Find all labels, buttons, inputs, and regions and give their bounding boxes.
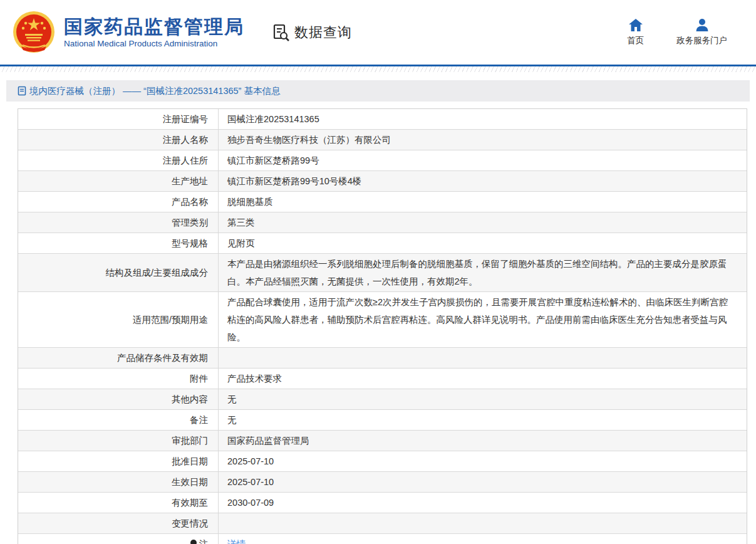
row-label: 审批部门 — [18, 431, 219, 451]
row-label: 备注 — [18, 410, 219, 430]
row-label: 变更情况 — [18, 513, 219, 533]
row-value: 国械注准20253141365 — [219, 109, 747, 129]
table-row: 审批部门国家药品监督管理局 — [18, 431, 747, 451]
table-row: 其他内容无 — [18, 389, 747, 410]
page-header: 国家药品监督管理局 National Medical Products Admi… — [0, 0, 756, 65]
table-row: 管理类别第三类 — [18, 212, 747, 233]
row-value: 2030-07-09 — [219, 493, 747, 513]
row-value: 详情 — [219, 534, 747, 544]
table-row: 变更情况 — [18, 513, 747, 534]
document-icon — [18, 86, 26, 96]
document-search-icon — [272, 23, 291, 42]
row-label: 生效日期 — [18, 472, 219, 492]
detail-link[interactable]: 详情 — [227, 535, 246, 544]
row-label: 有效期至 — [18, 493, 219, 513]
table-row: 注册证编号国械注准20253141365 — [18, 109, 747, 130]
row-label: 管理类别 — [18, 212, 219, 233]
row-value: 产品技术要求 — [219, 369, 747, 389]
hatch-strip — [0, 66, 756, 72]
agency-title: 国家药品监督管理局 — [64, 16, 244, 38]
user-icon — [695, 18, 710, 32]
nav-gov-portal[interactable]: 政务服务门户 — [676, 18, 727, 46]
breadcrumb-band: 境内医疗器械（注册） —— “国械注准20253141365” 基本信息 — [6, 80, 750, 102]
row-label: 附件 — [18, 369, 219, 389]
row-value: 产品配合球囊使用，适用于流产次数≥2次并发生子宫内膜损伤的，且需要开展宫腔中重度… — [219, 292, 747, 347]
row-label: 生产地址 — [18, 171, 219, 191]
nav-home[interactable]: 首页 — [627, 18, 644, 46]
table-row: 注册人住所镇江市新区楚桥路99号 — [18, 150, 747, 171]
row-label: 型号规格 — [18, 233, 219, 253]
home-icon — [628, 18, 643, 32]
table-row: 附件产品技术要求 — [18, 369, 747, 389]
breadcrumb: 境内医疗器械（注册） —— “国械注准20253141365” 基本信息 — [18, 85, 280, 97]
nav-gov-portal-label: 政务服务门户 — [676, 35, 727, 46]
row-label: 产品名称 — [18, 192, 219, 212]
table-row: 注册人名称独步吾奇生物医疗科技（江苏）有限公司 — [18, 130, 747, 150]
table-row: 产品储存条件及有效期 — [18, 348, 747, 369]
nav-home-label: 首页 — [627, 35, 644, 46]
table-row: 产品名称脱细胞基质 — [18, 192, 747, 212]
row-label: 批准日期 — [18, 451, 219, 471]
breadcrumb-text: 境内医疗器械（注册） —— “国械注准20253141365” 基本信息 — [29, 85, 280, 97]
table-row: 生效日期2025-07-10 — [18, 472, 747, 493]
row-label: 注 — [18, 534, 219, 544]
row-value: 2025-07-10 — [219, 451, 747, 471]
table-row: 生产地址镇江市新区楚桥路99号10号楼4楼 — [18, 171, 747, 192]
data-query-section: 数据查询 — [272, 23, 352, 42]
row-value: 第三类 — [219, 212, 747, 233]
row-value: 见附页 — [219, 233, 747, 253]
table-row: 结构及组成/主要组成成分本产品是由猪源组织经一系列脱细胞处理后制备的脱细胞基质，… — [18, 254, 747, 292]
row-label: 产品储存条件及有效期 — [18, 348, 219, 368]
row-value: 脱细胞基质 — [219, 192, 747, 212]
agency-title-block: 国家药品监督管理局 National Medical Products Admi… — [64, 16, 244, 49]
row-label: 结构及组成/主要组成成分 — [18, 254, 219, 291]
data-query-label: 数据查询 — [294, 23, 352, 42]
row-value: 2025-07-10 — [219, 472, 747, 492]
table-row: 适用范围/预期用途产品配合球囊使用，适用于流产次数≥2次并发生子宫内膜损伤的，且… — [18, 292, 747, 348]
row-label: 适用范围/预期用途 — [18, 292, 219, 347]
row-value: 国家药品监督管理局 — [219, 431, 747, 451]
row-label: 注册证编号 — [18, 109, 219, 129]
row-value: 无 — [219, 389, 747, 409]
row-value — [219, 348, 747, 368]
row-value: 本产品是由猪源组织经一系列脱细胞处理后制备的脱细胞基质，保留了细胞外基质的三维空… — [219, 254, 747, 291]
row-value: 镇江市新区楚桥路99号10号楼4楼 — [219, 171, 747, 191]
row-label: 注册人住所 — [18, 150, 219, 170]
row-value — [219, 513, 747, 533]
row-value: 镇江市新区楚桥路99号 — [219, 150, 747, 170]
info-table: 注册证编号国械注准20253141365注册人名称独步吾奇生物医疗科技（江苏）有… — [18, 108, 747, 544]
table-row: 有效期至2030-07-09 — [18, 493, 747, 513]
header-nav: 首页 政务服务门户 — [627, 18, 756, 46]
row-label: 注册人名称 — [18, 130, 219, 150]
table-row: 注详情 — [18, 534, 747, 544]
table-row: 型号规格见附页 — [18, 233, 747, 254]
row-value: 独步吾奇生物医疗科技（江苏）有限公司 — [219, 130, 747, 150]
note-icon — [190, 540, 197, 544]
national-emblem-logo — [11, 10, 56, 55]
table-row: 批准日期2025-07-10 — [18, 451, 747, 472]
row-label: 其他内容 — [18, 389, 219, 409]
table-row: 备注无 — [18, 410, 747, 431]
row-value: 无 — [219, 410, 747, 430]
agency-subtitle: National Medical Products Administration — [64, 39, 244, 48]
